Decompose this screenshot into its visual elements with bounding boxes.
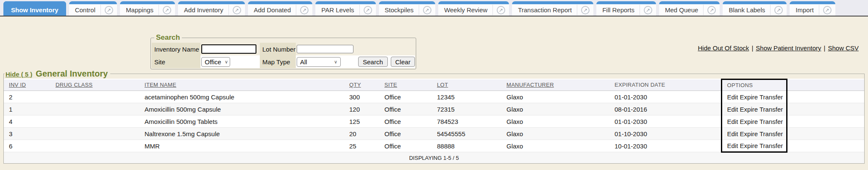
- open-in-new-icon[interactable]: ↗: [100, 5, 117, 15]
- edit-action[interactable]: Edit: [727, 130, 738, 137]
- open-in-new-icon[interactable]: ↗: [640, 5, 656, 15]
- column-header-label: SITE: [384, 82, 397, 88]
- open-in-new-icon[interactable]: ↗: [159, 5, 175, 15]
- cell-spacer: [787, 91, 864, 103]
- edit-action[interactable]: Edit: [727, 106, 738, 113]
- column-header-label: DRUG CLASS: [56, 82, 93, 88]
- tab-label: Import: [790, 4, 819, 16]
- open-in-new-icon[interactable]: ↗: [577, 5, 593, 15]
- open-in-new-icon[interactable]: ↗: [296, 5, 312, 15]
- cell-options: Edit Expire Transfer: [721, 103, 787, 115]
- tab-label: Mappings: [120, 4, 159, 16]
- tab-show-inventory[interactable]: Show Inventory: [3, 1, 66, 16]
- hide-out-of-stock-link[interactable]: Hide Out Of Stock: [698, 44, 749, 52]
- tab-label: Control: [69, 4, 100, 16]
- tab-med-queue[interactable]: Med Queue↗: [659, 1, 720, 16]
- column-header-expiration_date: EXPIRATION DATE: [609, 80, 721, 91]
- tab-label: Weekly Review: [438, 4, 492, 16]
- transfer-action[interactable]: Transfer: [760, 142, 783, 149]
- site-select-value: Office: [205, 58, 221, 66]
- column-header-inv_id[interactable]: INV ID: [4, 80, 50, 91]
- column-header-options: OPTIONS: [721, 80, 787, 91]
- edit-action[interactable]: Edit: [727, 142, 738, 149]
- cell-expiration_date: 08-01-2016: [609, 103, 721, 115]
- open-in-new-icon[interactable]: ↗: [359, 5, 376, 15]
- search-row1-spacer: [355, 43, 415, 55]
- open-in-new-icon: ↗: [105, 6, 113, 14]
- view-links: Hide Out Of Stock|Show Patient Inventory…: [698, 44, 859, 52]
- open-in-new-icon[interactable]: ↗: [492, 5, 509, 15]
- open-in-new-icon[interactable]: ↗: [419, 5, 435, 15]
- cell-drug_class: [50, 103, 139, 115]
- cell-site: Office: [379, 91, 432, 103]
- open-in-new-icon[interactable]: ↗: [819, 5, 835, 15]
- inventory-name-input[interactable]: [201, 44, 256, 54]
- cell-lot: 54545555: [432, 128, 501, 140]
- tab-fill-reports[interactable]: Fill Reports↗: [596, 1, 656, 16]
- expire-action[interactable]: Expire: [740, 93, 758, 101]
- lot-number-input[interactable]: [297, 45, 353, 53]
- expire-action[interactable]: Expire: [740, 142, 758, 149]
- tab-import[interactable]: Import↗: [790, 1, 835, 16]
- tab-stockpiles[interactable]: Stockpiles↗: [379, 1, 435, 16]
- column-header-item_name[interactable]: ITEM NAME: [139, 80, 344, 91]
- link-separator: |: [824, 44, 826, 52]
- map-type-label: Map Type: [260, 55, 296, 68]
- transfer-action[interactable]: Transfer: [760, 93, 783, 101]
- transfer-action[interactable]: Transfer: [760, 118, 783, 125]
- cell-site: Office: [379, 140, 432, 152]
- table-row: 3Naltrexone 1.5mg Capsule20Office5454555…: [4, 128, 864, 140]
- show-csv-link[interactable]: Show CSV: [828, 44, 859, 52]
- column-header-spacer: [787, 80, 864, 91]
- open-in-new-icon[interactable]: ↗: [703, 5, 720, 15]
- clear-button[interactable]: Clear: [391, 57, 415, 67]
- tab-mappings[interactable]: Mappings↗: [120, 1, 175, 16]
- column-header-qty[interactable]: QTY: [344, 80, 379, 91]
- map-type-select[interactable]: All ∨: [297, 57, 341, 67]
- open-in-new-icon[interactable]: ↗: [228, 5, 245, 15]
- search-legend: Search: [154, 33, 182, 42]
- search-button[interactable]: Search: [358, 57, 388, 67]
- transfer-action[interactable]: Transfer: [760, 106, 783, 113]
- cell-item_name: Naltrexone 1.5mg Capsule: [139, 128, 344, 140]
- transfer-action[interactable]: Transfer: [760, 130, 783, 137]
- map-type-select-value: All: [300, 58, 307, 66]
- tab-label: Fill Reports: [596, 4, 640, 16]
- edit-action[interactable]: Edit: [727, 118, 738, 125]
- expire-action[interactable]: Expire: [740, 106, 758, 113]
- cell-site: Office: [379, 115, 432, 128]
- expire-action[interactable]: Expire: [740, 130, 758, 137]
- cell-qty: 300: [344, 91, 379, 103]
- cell-spacer: [787, 140, 864, 152]
- tab-weekly-review[interactable]: Weekly Review↗: [438, 1, 509, 16]
- table-row: 6MMR25Office88888Glaxo10-01-2030Edit Exp…: [4, 140, 864, 152]
- tab-blank-labels[interactable]: Blank Labels↗: [723, 1, 787, 16]
- hide-link[interactable]: Hide ( 5 ): [6, 71, 32, 78]
- tab-control[interactable]: Control↗: [69, 1, 117, 16]
- column-header-label: QTY: [349, 82, 361, 88]
- tab-transaction-report[interactable]: Transaction Report↗: [512, 1, 593, 16]
- dropdown-chevron-icon: ∨: [225, 59, 228, 65]
- tab-par-levels[interactable]: PAR Levels↗: [315, 1, 376, 16]
- dropdown-chevron-icon: ∨: [334, 59, 337, 65]
- search-buttons-cell: Search Clear: [355, 55, 415, 68]
- table-row: 4Amoxicillin 500mg Tablets125Office78452…: [4, 115, 864, 128]
- tab-add-inventory[interactable]: Add Inventory↗: [178, 1, 245, 16]
- edit-action[interactable]: Edit: [727, 93, 738, 101]
- expire-action[interactable]: Expire: [740, 118, 758, 125]
- cell-drug_class: [50, 91, 139, 103]
- show-patient-inventory-link[interactable]: Show Patient Inventory: [756, 44, 821, 52]
- open-in-new-icon[interactable]: ↗: [770, 5, 787, 15]
- cell-expiration_date: 01-10-2030: [609, 128, 721, 140]
- site-select[interactable]: Office ∨: [201, 57, 230, 67]
- column-header-manufacturer[interactable]: MANUFACTURER: [501, 80, 609, 91]
- cell-inv_id: 3: [4, 128, 50, 140]
- cell-drug_class: [50, 128, 139, 140]
- tab-add-donated[interactable]: Add Donated↗: [248, 1, 313, 16]
- tab-label: Add Inventory: [178, 4, 228, 16]
- column-header-lot[interactable]: LOT: [432, 80, 501, 91]
- column-header-site[interactable]: SITE: [379, 80, 432, 91]
- column-header-drug_class[interactable]: DRUG CLASS: [50, 80, 139, 91]
- cell-manufacturer: Glaxo: [501, 140, 609, 152]
- cell-options: Edit Expire Transfer: [721, 91, 787, 103]
